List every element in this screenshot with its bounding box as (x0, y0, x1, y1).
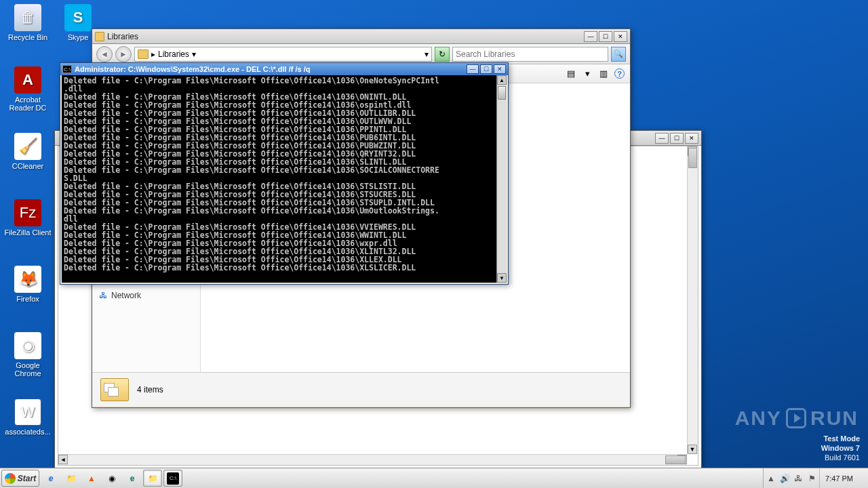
console-output[interactable]: Deleted file - C:\Program Files\Microsof… (62, 75, 507, 283)
folder-icon (138, 49, 149, 59)
close-button[interactable]: ✕ (614, 31, 627, 42)
cmd-icon: C:\ (62, 65, 72, 73)
sidebar-label: Network (111, 291, 141, 300)
status-bar: 4 items (92, 372, 630, 406)
window-cmd[interactable]: C:\ Administrator: C:\Windows\System32\c… (60, 62, 509, 285)
scroll-thumb[interactable] (498, 86, 506, 100)
desktop-icon-filezilla[interactable]: Fz FileZilla Client (4, 199, 52, 237)
close-button[interactable]: ✕ (494, 64, 506, 74)
close-button[interactable]: ✕ (685, 133, 698, 144)
icon-label: Google Chrome (4, 361, 52, 378)
scroll-left-button[interactable]: ◄ (58, 455, 68, 464)
help-button[interactable]: ? (614, 68, 625, 79)
minimize-button[interactable]: — (584, 31, 597, 42)
scroll-thumb[interactable] (688, 148, 697, 168)
view-button[interactable]: ▤ (566, 68, 576, 79)
desktop-icon-ccleaner[interactable]: 🧹 CCleaner (4, 133, 52, 170)
desktop-icon-recycle-bin[interactable]: 🗑 Recycle Bin (4, 4, 52, 41)
icon-label: CCleaner (4, 162, 52, 170)
taskbar-cmd-active[interactable]: C:\ (163, 470, 182, 487)
preview-pane-button[interactable]: ▥ (598, 68, 609, 79)
tray-expand-icon[interactable]: ▲ (765, 472, 777, 485)
folder-icon: 📁 (146, 472, 159, 485)
windows-orb-icon (5, 473, 16, 484)
acrobat-icon: A (14, 66, 41, 94)
refresh-button[interactable]: ↻ (435, 47, 450, 62)
start-button[interactable]: Start (1, 470, 39, 487)
network-icon[interactable]: 🖧 (792, 472, 804, 485)
libraries-icon (100, 378, 129, 401)
scrollbar-horizontal[interactable]: ◄ ► (58, 454, 687, 465)
desktop-icon-chrome[interactable]: ◉ Google Chrome (4, 332, 52, 378)
titlebar[interactable]: C:\ Administrator: C:\Windows\System32\c… (60, 63, 508, 75)
watermark-line: Test Mode (821, 434, 860, 443)
filezilla-icon: Fz (14, 199, 41, 226)
navigation-bar: ◄ ► ▸ Libraries ▾ ▾ ↻ Search Libraries 🔍 (92, 44, 630, 64)
title-text: Administrator: C:\Windows\System32\cmd.e… (75, 65, 467, 73)
taskbar-explorer-active[interactable]: 📁 (143, 470, 162, 487)
anyrun-text-right: RUN (810, 407, 859, 430)
recycle-bin-icon: 🗑 (14, 4, 41, 31)
icon-label: FileZilla Client (4, 228, 52, 237)
scroll-up-button[interactable]: ▲ (497, 75, 507, 85)
chrome-icon: ◉ (106, 472, 118, 485)
search-input[interactable]: Search Libraries (452, 47, 608, 62)
desktop-icon-firefox[interactable]: 🦊 Firefox (4, 266, 52, 303)
maximize-button[interactable]: ☐ (480, 64, 492, 74)
address-text: Libraries (158, 49, 189, 59)
folder-icon (95, 32, 104, 41)
desktop-icon-word-doc[interactable]: W associateds... (4, 399, 52, 436)
scrollbar-vertical[interactable]: ▲ ▼ (496, 75, 507, 283)
ccleaner-icon: 🧹 (14, 133, 41, 160)
scrollbar-vertical[interactable]: ▲ ▼ (687, 146, 698, 454)
word-doc-icon: W (14, 399, 41, 426)
vlc-icon: ▲ (85, 472, 98, 485)
sidebar-item-network[interactable]: 🖧 Network (92, 287, 200, 304)
address-bar[interactable]: ▸ Libraries ▾ ▾ (134, 47, 432, 62)
play-icon (786, 408, 806, 428)
icon-label: Recycle Bin (4, 33, 52, 41)
taskbar-chrome[interactable]: ◉ (102, 470, 121, 487)
watermark-line: Build 7601 (821, 453, 860, 462)
back-button[interactable]: ◄ (96, 46, 113, 62)
search-button[interactable]: 🔍 (611, 47, 626, 62)
minimize-button[interactable]: — (467, 64, 479, 74)
titlebar[interactable]: Libraries — ☐ ✕ (92, 29, 630, 44)
network-icon: 🖧 (99, 291, 107, 300)
desktop[interactable]: 🗑 Recycle Bin S Skype A Acrobat Reader D… (0, 0, 868, 488)
title-text: Libraries (107, 32, 584, 41)
anyrun-text-left: ANY (735, 407, 782, 430)
scroll-thumb[interactable] (665, 455, 686, 464)
scroll-down-button[interactable]: ▼ (688, 445, 697, 454)
icon-label: associateds... (4, 428, 52, 436)
maximize-button[interactable]: ☐ (599, 31, 612, 42)
taskbar-explorer[interactable]: 📁 (62, 470, 81, 487)
minimize-button[interactable]: — (655, 133, 669, 144)
firefox-icon: 🦊 (14, 266, 41, 293)
taskbar-edge[interactable]: e (123, 470, 142, 487)
chevron-down-icon[interactable]: ▾ (192, 49, 196, 59)
icon-label: Acrobat Reader DC (4, 96, 52, 112)
chevron-down-icon[interactable]: ▾ (425, 49, 429, 59)
clock[interactable]: 7:47 PM (819, 468, 859, 488)
desktop-icon-acrobat[interactable]: A Acrobat Reader DC (4, 66, 52, 112)
watermark-line: Windows 7 (821, 443, 860, 453)
speaker-icon[interactable]: 🔊 (778, 472, 791, 485)
edge-icon: e (126, 472, 138, 485)
ie-icon: e (45, 472, 57, 485)
start-label: Start (18, 474, 36, 483)
cmd-icon: C:\ (167, 472, 179, 485)
skype-icon: S (64, 4, 92, 31)
taskbar-vlc[interactable]: ▲ (82, 470, 101, 487)
taskbar-ie[interactable]: e (41, 470, 60, 487)
status-text: 4 items (137, 385, 163, 394)
chevron-down-icon[interactable]: ▾ (582, 68, 593, 79)
system-tray[interactable]: ▲ 🔊 🖧 ⚑ 7:47 PM (763, 468, 868, 488)
action-center-icon[interactable]: ⚑ (806, 472, 818, 485)
maximize-button[interactable]: ☐ (670, 133, 684, 144)
scroll-down-button[interactable]: ▼ (497, 273, 507, 283)
taskbar[interactable]: Start e 📁 ▲ ◉ e 📁 C:\ ▲ 🔊 🖧 ⚑ 7:47 PM (0, 468, 868, 488)
forward-button[interactable]: ► (115, 46, 132, 62)
chrome-icon: ◉ (14, 332, 41, 359)
windows-watermark: Test Mode Windows 7 Build 7601 (821, 434, 860, 462)
